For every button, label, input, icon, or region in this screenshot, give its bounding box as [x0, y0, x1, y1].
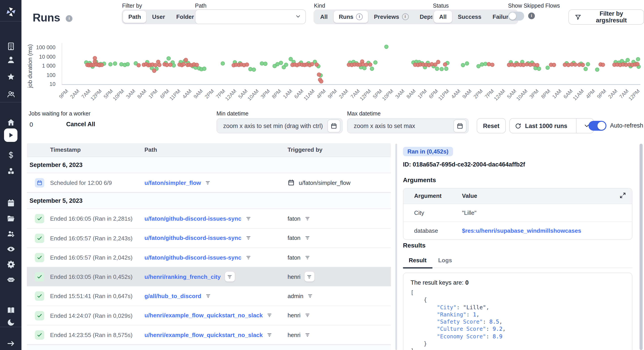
arguments-label: Arguments	[403, 176, 436, 183]
filter-rows-icon[interactable]	[304, 254, 310, 260]
y-tick-label: 100	[30, 72, 56, 78]
run-triggered-by: faton	[288, 234, 300, 241]
run-path-link[interactable]: u/henri/example_flow_quickstart_no_slack	[144, 312, 263, 319]
arg-value[interactable]: $res:u/henri/supabase_windmillshowcases	[462, 227, 581, 234]
filter-rows-icon[interactable]	[304, 332, 310, 338]
sidebar-item-eye[interactable]	[0, 242, 22, 256]
sidebar-item-robot[interactable]	[0, 273, 22, 286]
panel-scrollbar[interactable]	[639, 144, 642, 350]
run-timestamp: Ended 14:24:07 (Ran in 0,029s)	[50, 312, 132, 319]
run-path-link[interactable]: u/henri/ranking_french_city	[144, 273, 221, 280]
filter-rows-icon[interactable]	[304, 313, 310, 318]
filter-rows-icon[interactable]	[304, 272, 314, 282]
result-box: The result keys are: 0 [ { "City": "Lill…	[403, 273, 632, 350]
table-row[interactable]: Ended 15:51:41 (Ran in 0,647s)g/all/hub_…	[27, 287, 391, 306]
date-group-row-partial	[27, 345, 391, 350]
tab-logs[interactable]: Logs	[432, 254, 458, 268]
sidebar-item-calendar[interactable]	[0, 196, 22, 209]
filter-rows-icon[interactable]	[205, 180, 211, 186]
filter-rows-icon[interactable]	[225, 272, 234, 282]
max-datetime-input[interactable]	[353, 122, 454, 130]
run-timestamp: Ended 16:03:05 (Ran in 0,452s)	[50, 273, 132, 280]
table-row[interactable]: Ended 16:05:57 (Ran in 2,243s)u/faton/gi…	[27, 228, 391, 248]
moon-icon	[6, 318, 15, 326]
table-scrollbar[interactable]	[395, 144, 397, 350]
reset-button[interactable]: Reset	[477, 118, 506, 133]
eye-icon	[6, 245, 15, 253]
run-triggered-by: henri	[288, 273, 300, 280]
run-timestamp: Ended 15:51:41 (Ran in 0,647s)	[50, 293, 132, 300]
run-path-link[interactable]: u/faton/simpler_flow	[144, 179, 201, 186]
results-label: Results	[403, 242, 426, 249]
sidebar-item-play[interactable]	[4, 128, 18, 142]
sidebar-divider	[0, 327, 22, 327]
sidebar-item-book[interactable]	[0, 303, 22, 317]
sidebar-item-cubes[interactable]	[0, 164, 22, 178]
min-datetime-input[interactable]	[222, 122, 327, 130]
arg-name: City	[414, 209, 424, 216]
filter-rows-icon[interactable]	[304, 216, 310, 222]
cancel-all-button[interactable]: Cancel All	[66, 121, 95, 128]
run-path-link[interactable]: u/faton/github-discord-issues-sync	[144, 215, 241, 222]
refresh-icon	[515, 122, 522, 129]
run-path-link[interactable]: u/faton/github-discord-issues-sync	[144, 254, 241, 261]
runs-duration-chart[interactable]: job duration (ms) 101001 00010 000100 00…	[0, 0, 644, 112]
book-icon	[6, 306, 15, 314]
folder-icon	[6, 214, 15, 223]
cubes-icon	[6, 167, 15, 175]
y-tick-label: 100 000	[30, 44, 56, 51]
run-timestamp: Ended 16:06:05 (Ran in 2,281s)	[50, 215, 132, 222]
args-col-argument: Argument	[414, 192, 442, 199]
run-path-link[interactable]: u/faton/github-discord-issues-sync	[144, 234, 241, 241]
table-row[interactable]: Ended 16:05:57 (Ran in 2,042s)u/faton/gi…	[27, 248, 391, 267]
calendar-icon	[288, 179, 295, 186]
sidebar-item-gear[interactable]	[0, 257, 22, 271]
run-path-link[interactable]: g/all/hub_to_discord	[144, 293, 201, 299]
filter-rows-icon[interactable]	[304, 235, 310, 241]
arguments-table-header: Argument Value	[404, 188, 632, 204]
table-row[interactable]: Ended 14:24:07 (Ran in 0,029s)u/henri/ex…	[27, 306, 391, 325]
sidebar-item-home[interactable]	[0, 116, 22, 129]
run-triggered-by: henri	[288, 312, 300, 319]
filter-rows-icon[interactable]	[267, 313, 272, 318]
filter-rows-icon[interactable]	[308, 293, 313, 299]
filter-rows-icon[interactable]	[245, 254, 251, 260]
sidebar-item-workers[interactable]	[0, 227, 22, 240]
gear-icon	[6, 260, 15, 268]
filter-rows-icon[interactable]	[245, 216, 251, 222]
last-runs-button[interactable]: Last 1000 runs	[510, 118, 594, 133]
expand-icon[interactable]	[620, 192, 628, 200]
run-path-link[interactable]: u/henri/example_flow_quickstart_no_slack	[144, 331, 263, 338]
filter-rows-icon[interactable]	[245, 235, 251, 241]
date-group-label: September 5, 2023	[30, 198, 82, 204]
run-triggered-by: henri	[288, 331, 300, 338]
table-row[interactable]: Ended 14:23:55 (Ran in 8,575s)u/henri/ex…	[27, 325, 391, 345]
status-check-icon	[35, 214, 44, 224]
status-check-icon	[35, 272, 44, 281]
max-datetime-calendar-button[interactable]	[454, 119, 466, 132]
run-timestamp: Ended 16:05:57 (Ran in 2,042s)	[50, 254, 132, 261]
calendar-icon	[6, 198, 15, 207]
sidebar-item-folder[interactable]	[0, 212, 22, 225]
run-timestamp: Ended 14:23:55 (Ran in 8,575s)	[50, 332, 132, 338]
last-runs-main[interactable]: Last 1000 runs	[510, 122, 572, 129]
table-row[interactable]: Ended 16:06:05 (Ran in 2,281s)u/faton/gi…	[27, 209, 391, 229]
sidebar-item-arrow-right[interactable]	[0, 336, 22, 350]
dollar-icon	[6, 151, 15, 159]
arg-value: "Lille"	[462, 209, 476, 216]
date-group-row: September 6, 2023	[27, 157, 391, 173]
filter-rows-icon[interactable]	[267, 332, 272, 338]
y-tick-label: 10 000	[30, 54, 56, 60]
table-row[interactable]: Scheduled for 12:00 6/9u/faton/simpler_f…	[27, 173, 391, 193]
table-row[interactable]: Ended 16:03:05 (Ran in 0,452s)u/henri/ra…	[27, 267, 391, 287]
min-datetime-calendar-button[interactable]	[327, 119, 340, 132]
run-id: ID: 018a65a7-695d-ce32-2004-dac464affb2f	[403, 161, 525, 168]
result-keys-value: 0	[465, 279, 469, 286]
date-group-label: September 6, 2023	[30, 162, 82, 168]
sidebar-item-dollar[interactable]	[0, 148, 22, 162]
tab-result[interactable]: Result	[403, 254, 432, 268]
run-triggered-by: faton	[288, 254, 300, 261]
auto-refresh-toggle[interactable]	[588, 121, 606, 131]
y-tick-label: 1 000	[30, 63, 56, 69]
filter-rows-icon[interactable]	[205, 293, 211, 299]
